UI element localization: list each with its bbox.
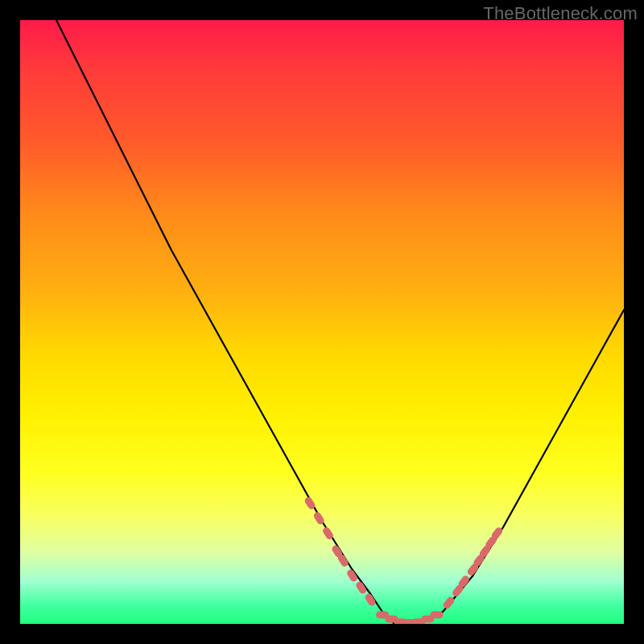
chart-gradient-background: [20, 20, 624, 624]
svg-rect-18: [466, 562, 480, 576]
svg-rect-19: [473, 553, 486, 568]
svg-rect-14: [431, 611, 444, 618]
svg-rect-1: [312, 511, 325, 526]
svg-rect-7: [364, 592, 377, 607]
svg-rect-3: [331, 544, 344, 559]
svg-rect-10: [394, 618, 407, 624]
svg-rect-8: [376, 611, 389, 618]
svg-rect-22: [490, 526, 504, 540]
svg-rect-21: [485, 535, 498, 550]
svg-rect-13: [421, 616, 434, 623]
svg-rect-9: [385, 616, 398, 623]
svg-rect-4: [336, 553, 349, 568]
svg-rect-16: [451, 584, 464, 598]
chart-svg: [20, 20, 624, 624]
svg-rect-11: [403, 619, 416, 624]
svg-rect-6: [355, 580, 368, 595]
svg-rect-17: [457, 574, 471, 588]
watermark-text: TheBottleneck.com: [483, 3, 638, 24]
svg-rect-15: [442, 596, 456, 610]
svg-rect-5: [345, 568, 358, 583]
svg-rect-12: [412, 618, 425, 624]
svg-rect-2: [321, 526, 334, 540]
svg-rect-0: [303, 496, 316, 510]
bottleneck-curve: [56, 20, 624, 624]
marker-dots: [303, 496, 504, 624]
svg-rect-20: [478, 544, 492, 559]
